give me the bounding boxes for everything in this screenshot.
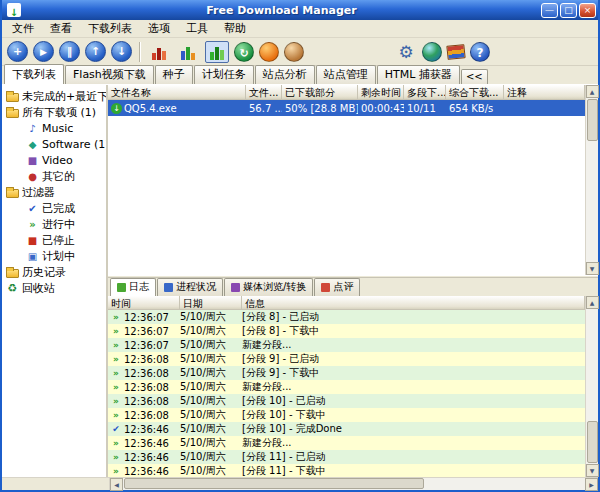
- sidebar-item-scheduled[interactable]: 计划中: [2, 248, 106, 264]
- accounts-button[interactable]: [284, 42, 304, 62]
- menu-file[interactable]: 文件: [4, 19, 42, 38]
- app-icon: [7, 3, 21, 17]
- col-file-name[interactable]: 文件名称: [108, 85, 246, 100]
- menu-view[interactable]: 查看: [42, 19, 80, 38]
- sidebar-item-video[interactable]: Video: [2, 152, 106, 168]
- col-comment[interactable]: 注释: [504, 85, 585, 100]
- speed-chart-button[interactable]: [205, 41, 229, 63]
- col-downloaded[interactable]: 已下载部分: [282, 85, 358, 100]
- move-up-queue-button[interactable]: [85, 41, 106, 62]
- stopped-square-icon: [26, 234, 39, 247]
- sidebar-item-software[interactable]: Software (1): [2, 136, 106, 152]
- scroll-down-button[interactable]: [586, 262, 599, 275]
- log-row[interactable]: 12:36:08 5/10/周六 [分段 9] - 已启动: [108, 352, 585, 366]
- log-row[interactable]: 12:36:46 5/10/周六 [分段 10] - 完成Done: [108, 422, 585, 436]
- minimize-button[interactable]: —: [541, 3, 558, 18]
- sidebar-item-running[interactable]: 进行中: [2, 216, 106, 232]
- scroll-thumb[interactable]: [587, 421, 598, 463]
- log-vertical-scrollbar[interactable]: [585, 296, 598, 477]
- segment-arrow-icon: [108, 436, 124, 450]
- log-row[interactable]: 12:36:46 5/10/周六 [分段 11] - 已启动: [108, 450, 585, 464]
- scroll-thumb[interactable]: [124, 478, 424, 489]
- tab-site-manager[interactable]: 站点管理: [316, 65, 376, 84]
- log-row[interactable]: 12:36:07 5/10/周六 [分段 8] - 已启动: [108, 310, 585, 324]
- log-time: 12:36:08: [124, 368, 180, 379]
- segment-arrow-icon: [108, 352, 124, 366]
- scroll-right-button[interactable]: [585, 478, 598, 491]
- sidebar-item-recent-downloads[interactable]: 未完成的+最近下载: [2, 88, 106, 104]
- sidebar-item-recycle-bin[interactable]: 回收站: [2, 280, 106, 296]
- help-button[interactable]: [470, 42, 490, 62]
- menu-help[interactable]: 帮助: [216, 19, 254, 38]
- browser-integration-button[interactable]: [422, 42, 442, 62]
- col-file-size[interactable]: 文件...: [246, 85, 282, 100]
- log-row[interactable]: 12:36:08 5/10/周六 [分段 9] - 下载中: [108, 366, 585, 380]
- tab-comments[interactable]: 点评: [314, 278, 360, 296]
- tab-log[interactable]: 日志: [110, 278, 156, 296]
- col-sections[interactable]: 多段下...: [404, 85, 446, 100]
- content-area: 未完成的+最近下载 所有下载项 (1) Music Software (1) V…: [2, 85, 598, 477]
- tab-scheduler[interactable]: 计划任务: [194, 65, 254, 84]
- sidebar-item-music[interactable]: Music: [2, 120, 106, 136]
- log-date: 5/10/周六: [180, 408, 242, 422]
- start-download-button[interactable]: [33, 41, 54, 62]
- horizontal-scrollbar[interactable]: [2, 477, 598, 490]
- move-down-queue-button[interactable]: [111, 41, 132, 62]
- log-info: [分段 10] - 完成Done: [242, 422, 585, 436]
- col-time-left[interactable]: 剩余时间: [358, 85, 404, 100]
- sidebar-item-filters[interactable]: 过滤器: [2, 184, 106, 200]
- tab-download-list[interactable]: 下载列表: [4, 64, 64, 84]
- tab-site-explorer[interactable]: 站点分析: [255, 65, 315, 84]
- tab-flash-video[interactable]: Flash视频下载: [65, 65, 154, 84]
- log-row[interactable]: 12:36:46 5/10/周六 新建分段...: [108, 436, 585, 450]
- menu-tools[interactable]: 工具: [178, 19, 216, 38]
- maximize-button[interactable]: □: [560, 3, 577, 18]
- tree-label: 未完成的+最近下载: [22, 89, 108, 104]
- log-col-time[interactable]: 时间: [108, 296, 180, 310]
- video-icon: [26, 154, 39, 167]
- tab-progress[interactable]: 进程状况: [157, 278, 223, 296]
- scheduler-button[interactable]: [234, 42, 254, 62]
- community-button[interactable]: [259, 42, 279, 62]
- scroll-up-button[interactable]: [586, 296, 599, 309]
- pause-download-button[interactable]: [59, 41, 80, 62]
- download-arrow-icon: [111, 103, 122, 114]
- main-tabstrip: 下载列表 Flash视频下载 种子 计划任务 站点分析 站点管理 HTML 捕获…: [2, 66, 598, 85]
- log-col-date[interactable]: 日期: [180, 296, 242, 310]
- site-traffic-chart-button[interactable]: [147, 41, 171, 63]
- settings-button[interactable]: [395, 41, 417, 63]
- titlebar[interactable]: Free Download Manager — □ ×: [2, 0, 598, 20]
- log-time: 12:36:46: [124, 424, 180, 435]
- add-download-button[interactable]: [7, 41, 28, 62]
- sidebar-item-history[interactable]: 历史记录: [2, 264, 106, 280]
- download-row-selected[interactable]: QQ5.4.exe 56.7 ... 50% [28.8 MB] 00:00:4…: [108, 100, 585, 116]
- media-icon: [231, 283, 240, 292]
- sidebar-item-completed[interactable]: 已完成: [2, 200, 106, 216]
- close-button[interactable]: ×: [579, 3, 596, 18]
- scroll-down-button[interactable]: [586, 464, 599, 477]
- log-row[interactable]: 12:36:07 5/10/周六 新建分段...: [108, 338, 585, 352]
- tutorials-button[interactable]: [446, 44, 465, 60]
- col-speed[interactable]: 综合下载...: [446, 85, 504, 100]
- bottom-tabstrip: 日志 进程状况 媒体浏览/转换 点评: [108, 278, 598, 296]
- menu-download-list[interactable]: 下载列表: [80, 19, 140, 38]
- downloads-chart-button[interactable]: [176, 41, 200, 63]
- tab-torrents[interactable]: 种子: [155, 65, 193, 84]
- downloads-vertical-scrollbar[interactable]: [585, 85, 598, 275]
- scroll-thumb[interactable]: [587, 99, 598, 141]
- collapse-tabs-button[interactable]: <<: [461, 69, 488, 84]
- log-row[interactable]: 12:36:08 5/10/周六 [分段 10] - 已启动: [108, 394, 585, 408]
- log-row[interactable]: 12:36:46 5/10/周六 [分段 11] - 下载中: [108, 464, 585, 477]
- tab-html-spider[interactable]: HTML 捕获器: [377, 65, 460, 84]
- log-row[interactable]: 12:36:08 5/10/周六 [分段 10] - 下载中: [108, 408, 585, 422]
- menu-options[interactable]: 选项: [140, 19, 178, 38]
- sidebar-item-stopped[interactable]: 已停止: [2, 232, 106, 248]
- tab-media[interactable]: 媒体浏览/转换: [224, 278, 313, 296]
- sidebar-item-all-downloads[interactable]: 所有下载项 (1): [2, 104, 106, 120]
- log-row[interactable]: 12:36:07 5/10/周六 [分段 8] - 下载中: [108, 324, 585, 338]
- sidebar-item-other[interactable]: 其它的: [2, 168, 106, 184]
- log-col-info[interactable]: 信息: [242, 296, 585, 310]
- log-row[interactable]: 12:36:08 5/10/周六 新建分段...: [108, 380, 585, 394]
- scroll-left-button[interactable]: [110, 478, 123, 491]
- scroll-up-button[interactable]: [586, 85, 599, 98]
